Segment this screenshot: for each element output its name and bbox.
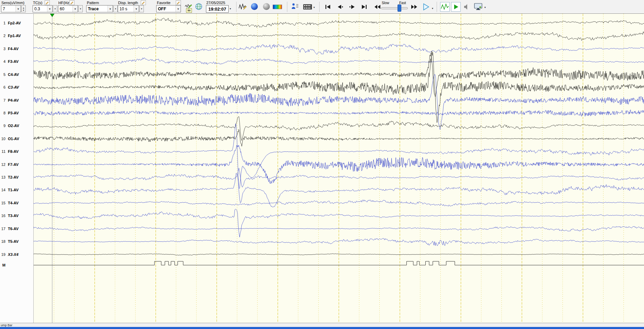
record-time[interactable]: 19:02:07 xyxy=(206,5,229,13)
channel-name: P3-AV xyxy=(8,111,19,115)
play-dropdown-arrow[interactable]: ▾ xyxy=(432,7,433,10)
notch-filter-button[interactable]: 50 xyxy=(186,8,192,13)
fast-forward-icon xyxy=(411,4,418,10)
channel-number: 4 xyxy=(0,59,5,64)
hf-combobox[interactable]: 60 ▾ xyxy=(58,5,78,12)
pattern-extra-button[interactable]: ▾ xyxy=(113,5,118,12)
patient-info-button[interactable] xyxy=(290,2,300,11)
channel-label-f8-av[interactable]: 11F8-AV xyxy=(0,149,34,154)
channel-name: P4-AV xyxy=(8,98,19,102)
brain-map-button[interactable] xyxy=(250,2,259,11)
wave-edit-button[interactable] xyxy=(238,2,248,11)
chevron-down-icon[interactable]: ▾ xyxy=(47,5,52,12)
speed-slider-handle[interactable] xyxy=(398,4,401,12)
disp-length-label: Disp. length xyxy=(118,1,138,5)
pencil-icon xyxy=(141,1,145,5)
audio-button[interactable] xyxy=(463,3,470,11)
chevron-down-icon[interactable]: ▾ xyxy=(107,5,113,12)
channel-label-x3-x4[interactable]: 19X3-X4 xyxy=(0,252,34,257)
map-button[interactable] xyxy=(194,2,203,11)
channel-label-f4-av[interactable]: 3F4-AV xyxy=(0,46,34,52)
favorite-combobox[interactable]: OFF ▾ xyxy=(156,5,181,12)
skip-start-icon xyxy=(325,4,332,10)
spin-down-icon[interactable]: ▾ xyxy=(23,9,24,11)
channel-number: 13 xyxy=(0,175,5,179)
channel-label-o2-av[interactable]: 9O2-AV xyxy=(0,123,34,128)
start-review-button[interactable] xyxy=(451,2,461,12)
disp-length-combobox[interactable]: 10 s ▾ xyxy=(118,5,139,12)
chevron-down-icon[interactable]: ▾ xyxy=(175,5,181,12)
step-back-button[interactable] xyxy=(335,2,345,11)
channel-label-t2-av[interactable]: 13T2-AV xyxy=(0,174,34,180)
rewind-button[interactable] xyxy=(372,2,382,11)
channel-label-m[interactable]: M xyxy=(0,262,34,268)
skip-end-icon xyxy=(361,4,368,10)
tc-extra-button[interactable]: ▾ xyxy=(53,5,57,12)
channel-label-t1-av[interactable]: 14T1-AV xyxy=(0,187,34,193)
channel-number: 3 xyxy=(0,47,5,51)
channel-name: T5-AV xyxy=(8,239,19,243)
person-icon xyxy=(291,2,299,11)
gray-map-button[interactable] xyxy=(262,2,271,11)
channel-name: C4-AV xyxy=(8,72,19,77)
separator xyxy=(236,2,237,12)
channel-label-t4-av[interactable]: 15T4-AV xyxy=(0,200,34,206)
channel-label-f7-av[interactable]: 12F7-AV xyxy=(0,162,34,167)
waveform-pencil-icon xyxy=(239,3,247,10)
channel-label-o1-av[interactable]: 10O1-AV xyxy=(0,136,34,141)
channel-label-fp1-av[interactable]: 2Fp1-AV xyxy=(0,33,34,38)
channel-name: F7-AV xyxy=(8,162,19,167)
channel-label-c3-av[interactable]: 6C3-AV xyxy=(0,84,34,90)
channel-label-c4-av[interactable]: 5C4-AV xyxy=(0,72,34,77)
channel-number: 7 xyxy=(0,98,5,102)
channel-name: T3-AV xyxy=(8,214,19,218)
chevron-down-icon[interactable]: ▾ xyxy=(134,5,139,12)
channel-label-p3-av[interactable]: 8P3-AV xyxy=(0,110,34,116)
pencil-icon xyxy=(70,1,74,5)
channel-label-p4-av[interactable]: 7P4-AV xyxy=(0,98,34,103)
channel-number: 14 xyxy=(0,188,5,192)
chevron-down-icon[interactable]: ▾ xyxy=(72,5,78,12)
channel-label-t5-av[interactable]: 18T5-AV xyxy=(0,239,34,244)
speaker-icon xyxy=(464,4,469,10)
spin-up-icon[interactable]: ▴ xyxy=(23,7,24,9)
step-forward-button[interactable] xyxy=(347,2,357,11)
fast-forward-button[interactable] xyxy=(409,2,419,11)
display-settings-button[interactable] xyxy=(473,2,484,12)
channel-number: 8 xyxy=(0,111,5,115)
channel-name: T2-AV xyxy=(8,175,19,179)
sens-spinner[interactable]: ▴ ▾ xyxy=(21,5,26,12)
tc-edit-button[interactable] xyxy=(45,0,50,5)
disp-edit-button[interactable] xyxy=(141,0,146,5)
skip-to-start-button[interactable] xyxy=(323,2,333,11)
time-dropdown-arrow[interactable]: ▾ xyxy=(230,7,231,10)
channel-label-t6-av[interactable]: 17T6-AV xyxy=(0,226,34,231)
hf-edit-button[interactable] xyxy=(69,0,74,5)
settings-dropdown-arrow[interactable]: ▾ xyxy=(484,6,486,9)
channel-label-t3-av[interactable]: 16T3-AV xyxy=(0,213,34,218)
colormap-button[interactable] xyxy=(272,3,283,11)
disp-extra-button[interactable]: ▾ xyxy=(139,5,144,12)
channel-label-fp2-av[interactable]: 1Fp2-AV xyxy=(0,20,34,26)
channel-name: T6-AV xyxy=(8,227,19,231)
video-button[interactable] xyxy=(303,3,312,11)
trend-wave-button[interactable] xyxy=(440,2,450,12)
eeg-trace-area[interactable] xyxy=(34,14,644,323)
channel-name: F8-AV xyxy=(8,149,19,154)
favorite-edit-button[interactable] xyxy=(176,0,181,5)
play-button[interactable] xyxy=(421,2,431,12)
video-dropdown-arrow[interactable]: ▾ xyxy=(313,6,315,9)
channel-name: Fp2-AV xyxy=(8,21,21,25)
tc-combobox[interactable]: 0.3 ▾ xyxy=(33,5,53,12)
pattern-label: Pattern xyxy=(87,1,99,5)
separator xyxy=(319,2,320,12)
skip-to-end-button[interactable] xyxy=(359,2,369,11)
speed-slider-track[interactable] xyxy=(381,7,408,9)
sens-combobox[interactable]: 7 ▾ xyxy=(1,5,21,12)
channel-name: T4-AV xyxy=(8,201,19,205)
channel-number: 15 xyxy=(0,201,5,205)
hf-extra-button[interactable]: ▾ xyxy=(78,5,83,12)
pattern-combobox[interactable]: Trace ▾ xyxy=(86,5,113,12)
chevron-down-icon[interactable]: ▾ xyxy=(15,5,21,12)
channel-label-f3-av[interactable]: 4F3-AV xyxy=(0,59,34,64)
